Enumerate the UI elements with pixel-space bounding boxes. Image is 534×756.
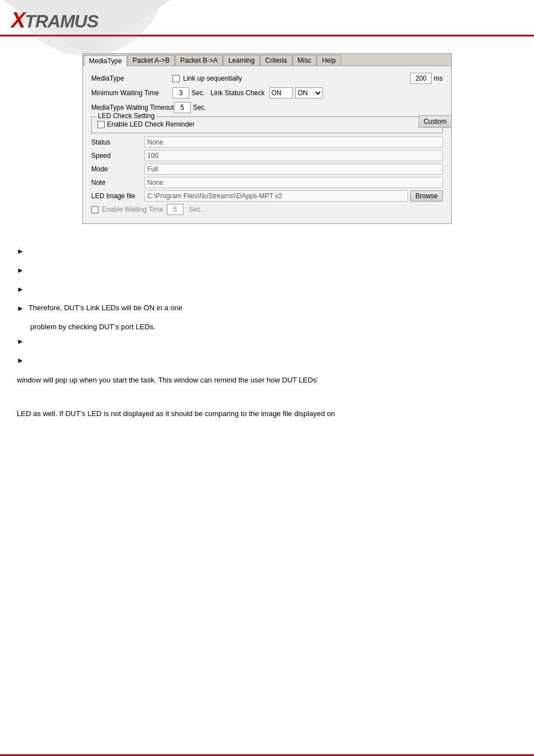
- bullet-4: ► Therefore, DUT’s Link LEDs will be ON …: [17, 304, 517, 312]
- mediatype-row: MediaType Link up sequentially ms: [91, 73, 443, 84]
- main-content: MediaType Packet A->B Packet B->A Learni…: [0, 36, 534, 235]
- speed-row: Speed: [91, 150, 443, 161]
- tab-misc[interactable]: Misc: [293, 55, 317, 66]
- logo-rest: TRAMUS: [25, 11, 98, 31]
- header: XTRAMUS: [0, 0, 534, 36]
- bullet-text-4: Therefore, DUT’s Link LEDs will be ON in…: [29, 304, 517, 312]
- paragraph-2: LED as well. If DUT’s LED is not display…: [17, 408, 517, 419]
- note-label: Note: [91, 179, 144, 186]
- media-timeout-input[interactable]: [174, 102, 191, 113]
- tab-learning[interactable]: Learning: [223, 55, 260, 66]
- tab-help[interactable]: Help: [317, 55, 341, 66]
- bullet-5: ►: [17, 337, 517, 346]
- enable-waiting-row: Enable Waiting Time Sec.: [91, 204, 443, 215]
- logo: XTRAMUS: [11, 8, 98, 32]
- tab-mediatype[interactable]: MediaType: [84, 55, 127, 66]
- min-waiting-row: Minimum Waiting Time Sec. Link Status Ch…: [91, 87, 443, 99]
- logo-x: X: [11, 8, 25, 32]
- bullet-arrow-1: ►: [17, 247, 24, 255]
- link-status-check-label: Link Status Check: [210, 89, 265, 97]
- min-waiting-input[interactable]: [172, 87, 189, 99]
- led-image-row: LED Image file Browse: [91, 190, 443, 202]
- enable-led-checkbox[interactable]: [97, 121, 105, 128]
- mode-input[interactable]: [144, 164, 443, 175]
- led-image-label: LED Image file: [91, 192, 144, 200]
- problem-text: problem by checking DUT’s port LEDs.: [30, 323, 517, 331]
- media-timeout-row: MediaType Waiting Timeout Sec.: [91, 102, 443, 113]
- bullet-arrow-6: ►: [17, 356, 24, 365]
- dialog-body: MediaType Link up sequentially ms Minimu…: [83, 66, 451, 223]
- speed-label: Speed: [91, 152, 144, 160]
- dialog-box: MediaType Packet A->B Packet B->A Learni…: [82, 53, 452, 224]
- bullet-6: ►: [17, 356, 517, 365]
- tab-packet-ba[interactable]: Packet B->A: [175, 55, 223, 66]
- enable-waiting-input[interactable]: [167, 204, 184, 215]
- bullet-2: ►: [17, 265, 517, 274]
- status-label: Status: [91, 138, 144, 146]
- mode-label: Mode: [91, 165, 144, 173]
- bullet-3: ►: [17, 284, 517, 293]
- bullet-arrow-3: ►: [17, 285, 24, 293]
- link-status-dropdown[interactable]: ON OFF: [295, 87, 323, 99]
- enable-waiting-checkbox[interactable]: [91, 206, 99, 213]
- mediatype-label: MediaType: [91, 74, 172, 82]
- mode-row: Mode: [91, 164, 443, 175]
- note-input[interactable]: [144, 177, 443, 188]
- custom-button[interactable]: Custom: [419, 115, 452, 128]
- enable-waiting-sec: Sec.: [189, 206, 203, 213]
- bullet-arrow-4: ►: [17, 304, 24, 312]
- tab-packet-ab[interactable]: Packet A->B: [128, 55, 175, 66]
- led-group-box: LED Check Setting Enable LED Check Remin…: [91, 116, 443, 133]
- browse-button[interactable]: Browse: [410, 190, 443, 202]
- bullet-1: ►: [17, 246, 517, 255]
- enable-led-label: Enable LED Check Reminder: [107, 120, 195, 128]
- ms-unit: ms: [434, 74, 443, 82]
- bullet-arrow-5: ►: [17, 337, 24, 346]
- sec-unit2: Sec.: [193, 104, 207, 111]
- led-group-label: LED Check Setting: [96, 112, 156, 120]
- sec-unit1: Sec.: [191, 89, 205, 97]
- enable-led-row: Enable LED Check Reminder: [97, 120, 437, 128]
- tab-bar: MediaType Packet A->B Packet B->A Learni…: [83, 54, 451, 66]
- link-status-value[interactable]: [269, 87, 293, 99]
- link-up-seq-label: Link up sequentially: [183, 74, 242, 82]
- link-up-seq-checkbox[interactable]: [172, 75, 180, 82]
- bullets-section: ► ► ► ► Therefore, DUT’s Link LEDs will …: [0, 246, 534, 365]
- enable-waiting-label: Enable Waiting Time: [102, 206, 163, 213]
- media-timeout-label: MediaType Waiting Timeout: [91, 104, 174, 111]
- paragraph-1: window will pop up when you start the ta…: [17, 375, 517, 386]
- min-waiting-label: Minimum Waiting Time: [91, 89, 172, 97]
- speed-input[interactable]: [144, 150, 443, 161]
- note-row: Note: [91, 177, 443, 188]
- status-input[interactable]: [144, 137, 443, 148]
- tab-criteria[interactable]: Criteria: [260, 55, 292, 66]
- status-row: Status: [91, 137, 443, 148]
- ms-input[interactable]: [410, 73, 432, 84]
- bullet-arrow-2: ►: [17, 266, 24, 274]
- led-path-input[interactable]: [144, 190, 408, 202]
- problem-text-content: problem by checking DUT’s port LEDs.: [30, 323, 156, 331]
